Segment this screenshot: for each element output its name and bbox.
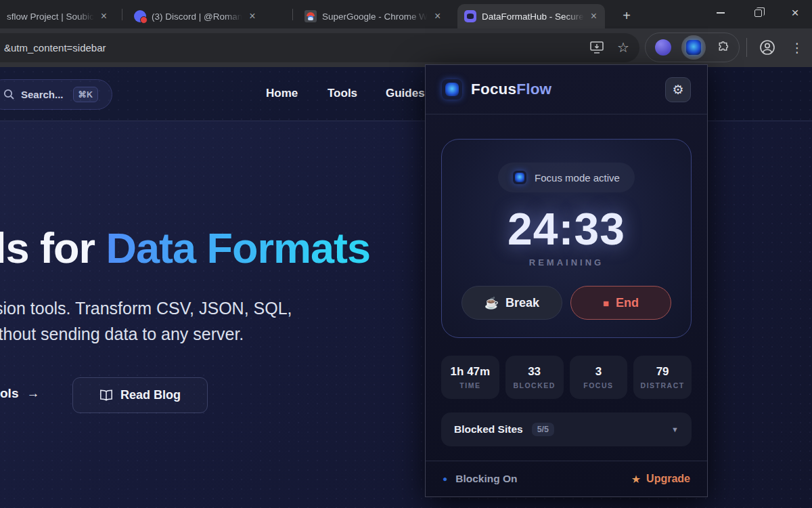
stat-value: 79 [656,365,669,379]
hero-subtitle-line2: ithout sending data to any server. [0,321,292,347]
tab-discord[interactable]: (3) Discord | @Roman × [127,4,288,28]
kebab-glyph: ⋮ [791,40,804,56]
remaining-label: REMAINING [442,257,691,268]
tab-title: (3) Discord | @Roman [152,12,242,22]
coffee-icon: ☕ [484,296,499,310]
browser-toolbar: &utm_content=sidebar ☆ ⋮ [0,28,812,67]
break-label: Break [505,296,539,310]
restore-icon [754,9,762,17]
hero-title: ls for Data Formats [0,224,370,272]
supergoogle-favicon-icon [304,10,317,22]
popup-body: Focus mode active 24:33 REMAINING ☕ Brea… [426,139,707,446]
arrow-right-icon: → [26,386,39,401]
search-shortcut-badge: ⌘K [73,87,99,102]
address-bar[interactable]: &utm_content=sidebar [0,33,639,62]
profile-avatar[interactable] [757,37,778,58]
stat-value: 33 [528,365,541,379]
timer-countdown: 24:33 [442,203,691,255]
install-app-icon[interactable] [586,37,608,58]
search-placeholder: Search... [21,89,64,100]
explore-tools-button-cut[interactable]: ols → [0,386,39,401]
minimize-icon [717,12,725,14]
break-button[interactable]: ☕ Break [461,286,562,320]
tab-close-icon[interactable]: × [434,11,441,22]
book-icon [99,389,113,401]
tab-flow-project[interactable]: sflow Project | Soubic × [0,4,120,28]
url-text[interactable]: &utm_content=sidebar [4,42,106,54]
window-close-button[interactable]: × [778,0,812,26]
focusflow-icon [686,40,701,55]
stat-label: TIME [459,381,480,389]
title-part2: Flow [516,81,551,98]
tab-separator [122,9,122,20]
title-part1: Focus [471,81,516,98]
purple-extension-icon[interactable] [655,39,671,56]
nav-link-guides[interactable]: Guides [386,87,425,100]
dataformathub-favicon-icon [464,10,476,22]
extensions-puzzle-icon[interactable] [716,41,730,55]
blocked-sites-dropdown[interactable]: Blocked Sites 5/5 ▼ [441,412,692,446]
close-icon: × [791,5,798,20]
hero-subtitle-line1: sion tools. Transform CSV, JSON, SQL, [0,295,292,321]
search-icon [3,89,15,100]
nav-link-home[interactable]: Home [266,87,298,100]
stat-label: BLOCKED [513,381,555,389]
gear-icon: ⚙ [672,82,683,98]
menu-kebab-icon[interactable]: ⋮ [786,37,808,58]
new-tab-button[interactable]: + [617,6,636,25]
end-label: End [616,296,639,310]
hero-subtitle: sion tools. Transform CSV, JSON, SQL, it… [0,295,292,347]
popup-footer: ● Blocking On ★ Upgrade [426,461,707,496]
cta-label: ols [0,386,18,401]
focusflow-extension-popup: FocusFlow ⚙ Focus mode active 24:33 REMA… [425,64,708,497]
upgrade-link[interactable]: Upgrade [646,473,690,485]
popup-title: FocusFlow [471,81,551,98]
blocked-sites-label: Blocked Sites [454,423,523,436]
stat-label: FOCUS [583,381,613,389]
tab-close-icon[interactable]: × [591,11,597,22]
read-blog-label: Read Blog [120,388,181,402]
nav-link-tools[interactable]: Tools [328,87,357,100]
stat-distract: 79 DISTRACT [633,356,692,399]
star-glyph: ☆ [617,39,629,56]
read-blog-button[interactable]: Read Blog [72,377,208,413]
focus-mode-status-pill: Focus mode active [498,163,635,192]
tab-close-icon[interactable]: × [249,11,255,22]
focusflow-extension-active-icon[interactable] [681,35,706,60]
toolbar-separator [746,38,747,57]
browser-chrome: sflow Project | Soubic × (3) Discord | @… [0,0,812,67]
stat-blocked: 33 BLOCKED [505,356,564,399]
tab-dataformathub-active[interactable]: DataFormatHub - Secure × [457,4,605,28]
stats-row: 1h 47m TIME 33 BLOCKED 3 FOCUS 79 DISTRA… [441,356,692,399]
stop-square-icon: ■ [603,297,609,309]
focusflow-mini-icon [513,171,526,184]
blocking-status-label: Blocking On [455,473,517,485]
stat-label: DISTRACT [641,381,685,389]
tab-title: SuperGoogle - Chrome W [322,12,428,22]
window-restore-button[interactable] [741,0,775,26]
search-input[interactable]: Search... ⌘K [0,79,112,110]
tab-separator [292,9,293,20]
tab-title: DataFormatHub - Secure [482,12,584,22]
discord-favicon-icon [134,10,146,22]
timer-buttons-row: ☕ Break ■ End [442,286,691,320]
stat-value: 3 [595,365,602,379]
stat-value: 1h 47m [451,365,491,379]
blocked-sites-count-badge: 5/5 [532,423,554,436]
settings-button[interactable]: ⚙ [665,77,691,102]
window-minimize-button[interactable] [704,0,738,26]
stat-focus: 3 FOCUS [570,356,628,399]
upgrade-star-icon: ★ [631,473,641,486]
bookmark-star-icon[interactable]: ☆ [612,37,634,58]
stat-time: 1h 47m TIME [441,356,499,399]
end-button[interactable]: ■ End [570,286,671,320]
tab-close-icon[interactable]: × [101,11,107,22]
extensions-pill [645,33,740,62]
popup-header: FocusFlow ⚙ [426,65,707,114]
tab-strip: sflow Project | Soubic × (3) Discord | @… [0,0,812,28]
focusflow-logo-icon [442,79,462,100]
tab-supergoogle[interactable]: SuperGoogle - Chrome W × [298,4,455,28]
status-pill-label: Focus mode active [535,172,620,184]
chevron-down-icon: ▼ [671,425,679,433]
blocking-status-dot-icon: ● [443,474,447,484]
